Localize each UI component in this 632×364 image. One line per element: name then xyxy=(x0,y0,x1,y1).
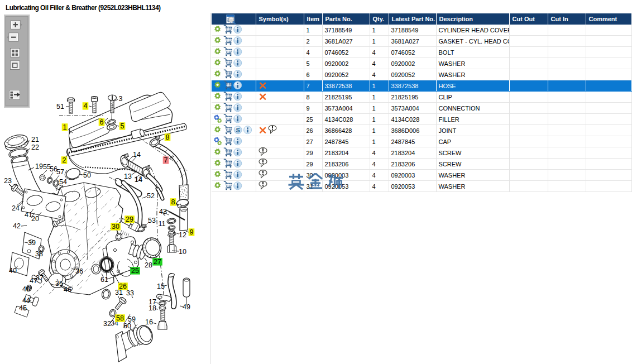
svg-text:2: 2 xyxy=(63,156,66,164)
svg-text:11: 11 xyxy=(159,220,166,228)
svg-text:14: 14 xyxy=(133,151,141,159)
svg-text:32: 32 xyxy=(103,320,111,328)
svg-text:25: 25 xyxy=(131,267,139,275)
svg-text:45: 45 xyxy=(19,304,27,312)
svg-text:48: 48 xyxy=(22,285,30,293)
svg-text:3: 3 xyxy=(119,95,123,103)
svg-text:47: 47 xyxy=(30,277,37,285)
svg-text:44: 44 xyxy=(22,296,30,304)
svg-text:S: S xyxy=(236,127,240,133)
svg-text:31: 31 xyxy=(115,289,123,296)
svg-text:51: 51 xyxy=(56,103,64,111)
svg-text:12: 12 xyxy=(179,231,186,239)
svg-text:33: 33 xyxy=(126,289,134,297)
svg-text:42: 42 xyxy=(13,222,21,230)
svg-text:24: 24 xyxy=(12,204,20,212)
svg-text:8: 8 xyxy=(166,133,170,141)
svg-text:6: 6 xyxy=(100,118,104,126)
svg-text:36: 36 xyxy=(75,267,83,275)
svg-text:58: 58 xyxy=(116,314,124,322)
svg-text:14: 14 xyxy=(135,176,142,184)
svg-text:18: 18 xyxy=(149,304,156,312)
svg-text:27: 27 xyxy=(154,258,161,266)
svg-text:61: 61 xyxy=(100,276,108,284)
svg-text:10: 10 xyxy=(179,248,186,256)
svg-text:54: 54 xyxy=(59,178,67,186)
svg-text:23: 23 xyxy=(4,177,12,185)
svg-text:50: 50 xyxy=(83,171,91,179)
svg-text:60: 60 xyxy=(123,322,131,330)
svg-text:49: 49 xyxy=(183,303,190,311)
svg-text:30: 30 xyxy=(112,223,119,231)
svg-text:15: 15 xyxy=(157,282,165,290)
svg-text:9: 9 xyxy=(190,228,194,236)
svg-text:21: 21 xyxy=(31,136,39,143)
svg-text:16: 16 xyxy=(145,318,153,326)
svg-text:29: 29 xyxy=(126,215,133,223)
svg-text:19: 19 xyxy=(35,162,43,170)
svg-text:5: 5 xyxy=(121,122,125,130)
svg-text:4: 4 xyxy=(84,102,88,110)
svg-text:22: 22 xyxy=(31,143,39,151)
svg-text:7: 7 xyxy=(164,156,168,164)
svg-text:1: 1 xyxy=(63,123,67,131)
svg-text:46: 46 xyxy=(64,286,71,294)
svg-text:35: 35 xyxy=(55,280,63,288)
svg-text:38: 38 xyxy=(35,250,43,258)
svg-text:52: 52 xyxy=(147,192,155,200)
svg-text:13: 13 xyxy=(124,173,132,180)
svg-text:57: 57 xyxy=(56,168,64,176)
svg-text:28: 28 xyxy=(145,261,152,269)
svg-text:8: 8 xyxy=(171,198,175,206)
svg-text:39: 39 xyxy=(28,239,36,247)
svg-text:43: 43 xyxy=(159,208,167,215)
svg-text:53: 53 xyxy=(148,217,156,224)
